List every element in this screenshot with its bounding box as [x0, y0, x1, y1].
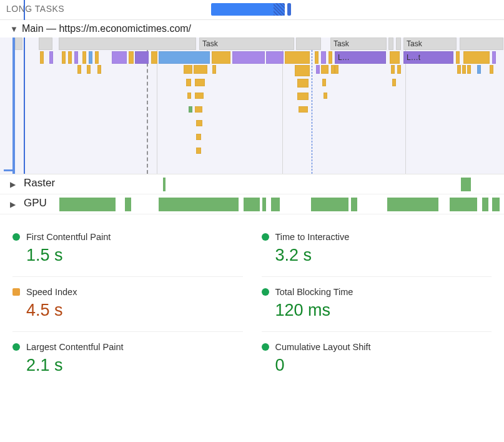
long-task-block[interactable] — [211, 3, 285, 16]
gpu-label: GPU — [21, 197, 49, 209]
metric-label: Speed Index — [26, 287, 77, 297]
status-good-icon — [262, 288, 269, 296]
main-track-header[interactable]: ▼ Main — https://m.economictimes.com/ — [0, 20, 504, 38]
metric-label: Total Blocking Time — [275, 287, 353, 297]
metric-value: 1.5 s — [26, 246, 243, 265]
metric-value: 120 ms — [275, 301, 492, 320]
main-track-title: Main — https://m.economictimes.com/ — [22, 23, 191, 34]
metric-label: First Contentful Paint — [26, 232, 111, 242]
long-tasks-label: LONG TASKS — [6, 4, 64, 14]
metric-tti[interactable]: Time to Interactive 3.2 s — [262, 222, 492, 277]
flame-segment[interactable]: L…t — [403, 51, 453, 64]
status-good-icon — [262, 343, 269, 351]
flame-segment[interactable]: L… — [335, 51, 386, 64]
metric-value: 2.1 s — [26, 356, 243, 375]
metric-label: Largest Contentful Paint — [26, 342, 124, 352]
raster-label: Raster — [21, 177, 57, 189]
raster-track[interactable]: ▶ Raster — [0, 174, 504, 194]
metric-label: Cumulative Layout Shift — [275, 342, 371, 352]
gpu-track[interactable]: ▶ GPU — [0, 194, 504, 214]
long-tasks-track[interactable]: LONG TASKS — [0, 0, 504, 20]
metric-cls[interactable]: Cumulative Layout Shift 0 — [262, 332, 492, 386]
status-good-icon — [12, 233, 20, 241]
status-good-icon — [12, 343, 20, 351]
track-collapse-handle[interactable] — [4, 169, 15, 171]
metric-fcp[interactable]: First Contentful Paint 1.5 s — [12, 222, 243, 277]
metric-label: Time to Interactive — [275, 232, 350, 242]
long-task-block[interactable] — [287, 3, 291, 16]
status-warn-icon — [12, 288, 20, 296]
metric-value: 3.2 s — [275, 246, 492, 265]
metric-si[interactable]: Speed Index 4.5 s — [12, 277, 243, 332]
timeline-marker — [24, 0, 25, 20]
metric-lcp[interactable]: Largest Contentful Paint 2.1 s — [12, 332, 243, 386]
chevron-down-icon[interactable]: ▼ — [10, 24, 18, 34]
flamegraph[interactable]: Task Task Task — [12, 38, 504, 174]
performance-metrics: First Contentful Paint 1.5 s Time to Int… — [0, 214, 504, 391]
metric-value: 0 — [275, 356, 492, 375]
status-good-icon — [262, 233, 269, 241]
metric-value: 4.5 s — [26, 301, 243, 320]
main-thread-track[interactable]: ▼ Main — https://m.economictimes.com/ Ta… — [0, 20, 504, 174]
task-segment[interactable]: Task — [330, 38, 387, 50]
task-segment[interactable]: Task — [403, 38, 457, 50]
task-segment[interactable]: Task — [199, 38, 294, 50]
metric-tbt[interactable]: Total Blocking Time 120 ms — [262, 277, 492, 332]
